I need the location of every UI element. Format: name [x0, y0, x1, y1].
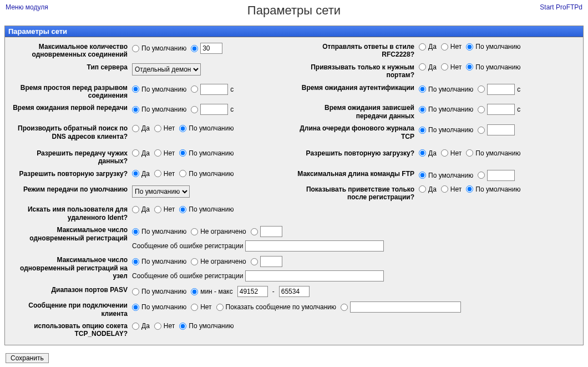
- auth-timeout-input[interactable]: [487, 84, 515, 95]
- max-logins-label: Максимальное число одновременный регистр…: [7, 226, 132, 242]
- conn-msg-no[interactable]: Нет: [191, 303, 211, 311]
- foreign-xfer-yes[interactable]: Да: [132, 149, 150, 157]
- max-logins-custom[interactable]: [251, 226, 282, 237]
- tcp-backlog-custom[interactable]: [478, 124, 515, 135]
- defer-welcome-label: Показывать приветствие только после реги…: [294, 185, 419, 202]
- bind-ports-no[interactable]: Нет: [441, 63, 462, 71]
- conn-msg-default[interactable]: По умолчанию: [132, 303, 186, 311]
- reverse-dns-default[interactable]: По умолчанию: [179, 124, 234, 132]
- reverse-dns-yes[interactable]: Да: [132, 124, 150, 132]
- max-logins-host-errmsg-label: Сообщение об ошибке регистрации: [132, 272, 243, 280]
- pasv-default[interactable]: По умолчанию: [132, 288, 186, 295]
- stalled-custom[interactable]: с: [478, 104, 520, 115]
- defer-welcome-default[interactable]: По умолчанию: [466, 185, 520, 193]
- settings-panel: Параметры сети Максимальное количество о…: [4, 26, 584, 345]
- auth-timeout-custom[interactable]: с: [478, 84, 520, 95]
- reverse-dns-label: Производить обратный поиск по DNS адресо…: [7, 124, 132, 140]
- allow-retrieve-no[interactable]: Нет: [154, 170, 175, 178]
- max-logins-input[interactable]: [260, 226, 282, 237]
- conn-msg-show-default[interactable]: Показать сообщение по умолчанию: [216, 303, 336, 311]
- max-logins-errmsg-label: Сообщение об ошибке регистрации: [132, 242, 243, 250]
- ident-lookup-no[interactable]: Нет: [154, 205, 175, 213]
- max-connections-custom-option[interactable]: [191, 43, 222, 54]
- max-logins-errmsg-input[interactable]: [245, 240, 384, 252]
- tcp-backlog-default[interactable]: По умолчанию: [419, 126, 473, 134]
- pasv-custom[interactable]: мин - макс: [191, 288, 233, 295]
- module-menu-link[interactable]: Меню модуля: [6, 3, 48, 11]
- max-connections-default-option[interactable]: По умолчанию: [132, 44, 186, 52]
- max-ftp-cmd-label: Максимальная длина команды FTP: [294, 170, 419, 178]
- max-logins-host-unlimited[interactable]: Не ограничено: [191, 258, 246, 265]
- tcp-nodelay-no[interactable]: Нет: [154, 322, 175, 330]
- max-ftp-cmd-custom[interactable]: [478, 170, 515, 181]
- allow-restart-no[interactable]: Нет: [441, 149, 462, 157]
- defer-welcome-yes[interactable]: Да: [419, 185, 437, 193]
- max-logins-host-label: Максимальное число одновременный регистр…: [7, 256, 132, 280]
- tcp-backlog-label: Длина очереди фонового журнала TCP: [294, 124, 419, 140]
- ident-lookup-default[interactable]: По умолчанию: [179, 205, 234, 213]
- auth-timeout-default[interactable]: По умолчанию: [419, 86, 473, 93]
- allow-retrieve-label: Разрешить повторную загрузку?: [7, 170, 132, 178]
- save-button[interactable]: Сохранить: [6, 353, 49, 363]
- defer-welcome-no[interactable]: Нет: [441, 185, 462, 193]
- bind-ports-yes[interactable]: Да: [419, 63, 437, 71]
- tcp-nodelay-label: использовать опцию сокета TCP_NODELAY?: [7, 322, 132, 338]
- conn-msg-custom[interactable]: [341, 301, 461, 313]
- foreign-xfer-no[interactable]: Нет: [154, 149, 175, 157]
- max-ftp-cmd-input[interactable]: [487, 170, 515, 181]
- max-logins-host-custom[interactable]: [251, 256, 282, 267]
- rfc2228-label: Отправлять ответы в стиле RFC2228?: [294, 43, 419, 59]
- allow-retrieve-default[interactable]: По умолчанию: [179, 170, 234, 178]
- server-type-select[interactable]: Отдельный демон: [132, 63, 201, 76]
- auth-timeout-label: Время ожидания аутентификации: [294, 84, 419, 92]
- first-xfer-timeout-label: Время ожидания первой передачи: [7, 104, 132, 112]
- ident-lookup-label: Искать имя пользователя для удаленного I…: [7, 205, 132, 222]
- xfer-mode-select[interactable]: По умолчанию: [132, 185, 190, 198]
- max-logins-host-default[interactable]: По умолчанию: [132, 258, 186, 265]
- bind-ports-default[interactable]: По умолчанию: [466, 63, 520, 71]
- max-connections-label: Максимальное количество одновременных со…: [7, 43, 132, 59]
- foreign-xfer-default[interactable]: По умолчанию: [179, 149, 234, 157]
- max-logins-default[interactable]: По умолчанию: [132, 228, 186, 235]
- idle-timeout-custom[interactable]: с: [191, 84, 234, 95]
- stalled-input[interactable]: [487, 104, 515, 115]
- pasv-max-input[interactable]: [279, 286, 310, 297]
- xfer-mode-label: Режим передачи по умолчанию: [7, 185, 132, 193]
- conn-msg-label: Сообщение при подключении клиента: [7, 301, 132, 318]
- rfc2228-default[interactable]: По умолчанию: [466, 43, 520, 51]
- reverse-dns-no[interactable]: Нет: [154, 124, 175, 132]
- start-proftpd-link[interactable]: Start ProFTPd: [540, 3, 582, 11]
- panel-title: Параметры сети: [5, 26, 583, 37]
- server-type-label: Тип сервера: [7, 63, 132, 71]
- rfc2228-yes[interactable]: Да: [419, 43, 437, 51]
- rfc2228-no[interactable]: Нет: [441, 43, 462, 51]
- max-logins-host-errmsg-input[interactable]: [245, 270, 384, 281]
- foreign-xfer-label: Разрешить передачу чужих данных?: [7, 149, 132, 165]
- max-logins-host-input[interactable]: [260, 256, 282, 267]
- page-title: Параметры сети: [247, 3, 341, 18]
- max-logins-unlimited[interactable]: Не ограничено: [191, 228, 246, 235]
- pasv-min-input[interactable]: [237, 286, 268, 297]
- idle-timeout-input[interactable]: [200, 84, 228, 95]
- stalled-timeout-label: Время ожидания зависшей передачи данных: [294, 104, 419, 120]
- ident-lookup-yes[interactable]: Да: [132, 205, 150, 213]
- allow-restart-label: Разрешить повторную загрузку?: [294, 149, 419, 157]
- tcp-nodelay-yes[interactable]: Да: [132, 322, 150, 330]
- tcp-backlog-input[interactable]: [487, 124, 515, 135]
- stalled-default[interactable]: По умолчанию: [419, 105, 473, 113]
- pasv-range-label: Диапазон портов PASV: [7, 286, 132, 294]
- max-connections-input[interactable]: [200, 43, 222, 54]
- allow-restart-yes[interactable]: Да: [419, 149, 437, 157]
- first-xfer-input[interactable]: [200, 104, 228, 115]
- allow-retrieve-yes[interactable]: Да: [132, 170, 150, 178]
- tcp-nodelay-default[interactable]: По умолчанию: [179, 322, 234, 330]
- conn-msg-input[interactable]: [350, 301, 461, 313]
- idle-timeout-label: Время простоя перед разрывом соединения: [7, 84, 132, 100]
- first-xfer-custom[interactable]: с: [191, 104, 234, 115]
- idle-timeout-default[interactable]: По умолчанию: [132, 86, 186, 93]
- first-xfer-default[interactable]: По умолчанию: [132, 105, 186, 113]
- max-ftp-cmd-default[interactable]: По умолчанию: [419, 172, 473, 179]
- allow-restart-default[interactable]: По умолчанию: [466, 149, 520, 157]
- bind-ports-label: Привязывать только к нужным портам?: [294, 63, 419, 79]
